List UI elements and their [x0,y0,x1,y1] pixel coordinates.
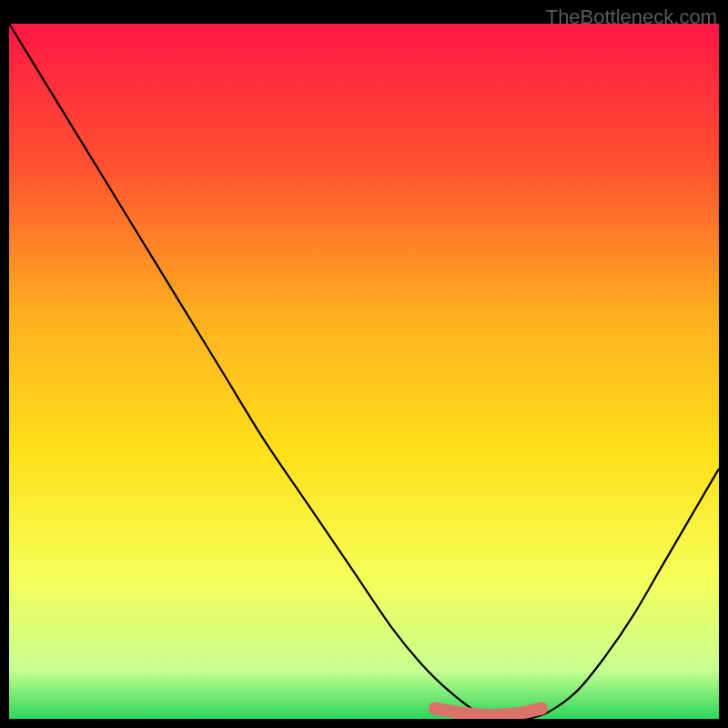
optimal-band-marker [435,709,541,716]
optimal-band-endpoint-left [429,703,441,715]
bottleneck-chart [9,24,719,719]
chart-frame [9,24,719,719]
chart-background [9,24,719,719]
optimal-band-endpoint-right [535,703,548,715]
watermark-text: TheBottleneck.com [546,5,717,29]
